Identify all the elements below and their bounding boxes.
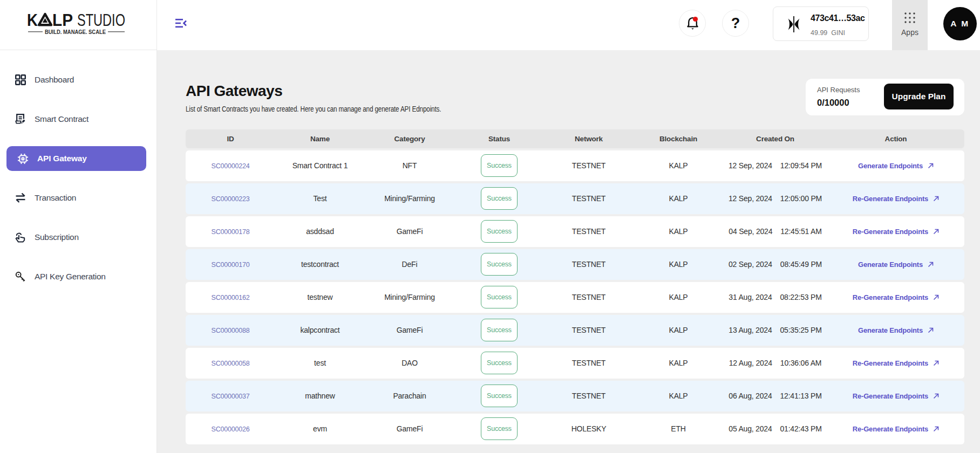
svg-text:BUILD. MANAGE. SCALE: BUILD. MANAGE. SCALE	[45, 29, 106, 35]
svg-text:LP: LP	[52, 11, 73, 29]
svg-text:STUDIO: STUDIO	[77, 11, 125, 29]
svg-text:K: K	[28, 11, 38, 29]
